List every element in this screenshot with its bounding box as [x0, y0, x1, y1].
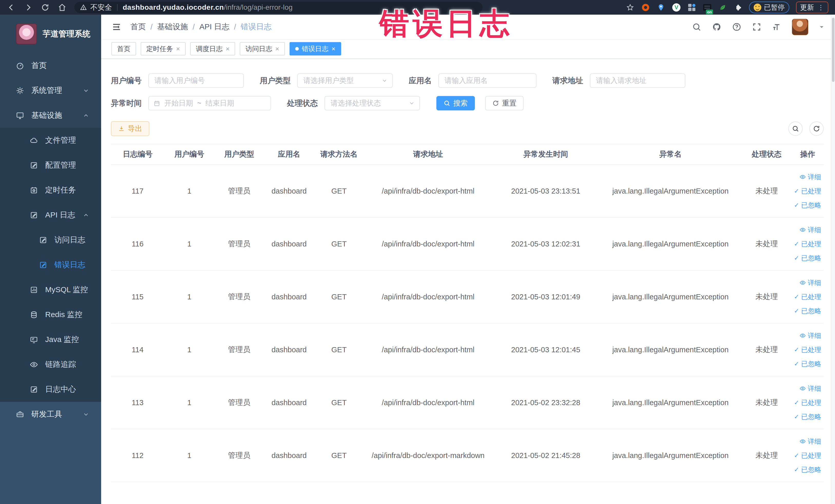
- reload-icon[interactable]: [41, 3, 50, 12]
- back-icon[interactable]: [7, 3, 16, 12]
- sidebar-item-system[interactable]: 系统管理: [0, 78, 101, 103]
- mark-processed-link[interactable]: ✓已处理: [794, 398, 821, 407]
- download-icon: [118, 125, 125, 132]
- reset-button[interactable]: 重置: [485, 96, 524, 110]
- cell-user-id: 1: [164, 376, 214, 429]
- mark-processed-link[interactable]: ✓已处理: [794, 293, 821, 301]
- col-user-id: 用户编号: [164, 144, 214, 165]
- app-name-input[interactable]: [439, 74, 536, 88]
- help-icon[interactable]: [732, 22, 741, 32]
- scrollbar-thumb[interactable]: [832, 18, 834, 82]
- check-icon: ✓: [794, 346, 799, 353]
- cell-user-id: 1: [164, 323, 214, 376]
- breadcrumb-item[interactable]: 首页: [130, 22, 146, 32]
- hamburger-icon[interactable]: [111, 22, 122, 32]
- extension-pin-icon[interactable]: [657, 3, 665, 12]
- mark-processed-link[interactable]: ✓已处理: [794, 345, 821, 354]
- extension-v-icon[interactable]: V: [672, 3, 681, 12]
- process-status-placeholder: 请选择处理状态: [331, 98, 381, 108]
- tab-job-log[interactable]: 调度日志×: [190, 42, 235, 56]
- extension-on-icon[interactable]: on: [703, 3, 712, 12]
- table-row: 112 1 管理员 dashboard GET /api/infra/db-do…: [111, 429, 824, 482]
- detail-link[interactable]: 详细: [799, 278, 821, 287]
- home-icon[interactable]: [58, 3, 67, 12]
- col-log-id: 日志编号: [111, 144, 164, 165]
- detail-link[interactable]: 详细: [799, 331, 821, 340]
- sidebar-bottom-section: 研发工具: [0, 402, 101, 504]
- tab-access-log[interactable]: 访问日志×: [240, 42, 285, 56]
- sidebar-item-tracing[interactable]: 链路追踪: [0, 352, 101, 377]
- request-url-input[interactable]: [590, 74, 685, 88]
- browser-menu-icon[interactable]: ⋮: [817, 4, 824, 11]
- sidebar-item-redis[interactable]: Redis 监控: [0, 302, 101, 327]
- tab-job[interactable]: 定时任务×: [141, 42, 186, 56]
- sidebar-item-dev-tools[interactable]: 研发工具: [0, 402, 101, 427]
- mark-processed-link[interactable]: ✓已处理: [794, 187, 821, 196]
- user-type-select[interactable]: 请选择用户类型: [297, 74, 393, 88]
- sidebar-item-mysql[interactable]: MySQL 监控: [0, 277, 101, 302]
- sidebar-item-access-log[interactable]: 访问日志: [0, 227, 101, 253]
- tab-close-icon[interactable]: ×: [226, 45, 229, 52]
- tab-close-icon[interactable]: ×: [275, 45, 279, 52]
- toggle-search-button[interactable]: [788, 121, 803, 136]
- mark-ignored-link[interactable]: ✓已忽略: [794, 465, 821, 474]
- cell-request-url: /api/infra/db-doc/export-html: [364, 218, 492, 270]
- refresh-table-button[interactable]: [809, 121, 824, 136]
- mark-ignored-link[interactable]: ✓已忽略: [794, 254, 821, 263]
- monitor-icon: [16, 112, 24, 120]
- sidebar-item-log-center[interactable]: 日志中心: [0, 377, 101, 402]
- mark-ignored-link[interactable]: ✓已忽略: [794, 306, 821, 316]
- breadcrumb-separator: /: [192, 23, 195, 31]
- sidebar-item-infra[interactable]: 基础设施: [0, 103, 101, 128]
- detail-link[interactable]: 详细: [799, 173, 821, 182]
- sidebar-item-label: 链路追踪: [45, 359, 76, 370]
- github-icon[interactable]: [712, 22, 721, 32]
- detail-link[interactable]: 详细: [799, 437, 821, 446]
- annotation-overlay-title: 错误日志: [380, 4, 513, 44]
- sidebar-item-error-log[interactable]: 错误日志: [0, 253, 101, 277]
- breadcrumb-item[interactable]: 基础设施: [157, 22, 188, 32]
- schedule-icon: [30, 186, 38, 194]
- sidebar-logo-row[interactable]: 芋道管理系统: [0, 15, 101, 53]
- export-button[interactable]: 导出: [111, 121, 149, 136]
- mark-ignored-link[interactable]: ✓已忽略: [794, 201, 821, 210]
- tab-close-icon[interactable]: ×: [332, 45, 335, 52]
- extensions-puzzle-icon[interactable]: [734, 3, 742, 12]
- breadcrumb-item[interactable]: API 日志: [200, 22, 229, 32]
- sidebar-item-job[interactable]: 定时任务: [0, 178, 101, 203]
- forward-icon[interactable]: [24, 3, 33, 12]
- search-button[interactable]: 搜索: [436, 96, 475, 110]
- extension-grid-icon[interactable]: [687, 3, 696, 12]
- detail-link[interactable]: 详细: [799, 384, 821, 393]
- sidebar-item-java[interactable]: Java 监控: [0, 327, 101, 352]
- exception-time-label: 异常时间: [111, 98, 142, 108]
- tab-close-icon[interactable]: ×: [176, 45, 180, 52]
- sidebar-item-file[interactable]: 文件管理: [0, 128, 101, 153]
- process-status-select[interactable]: 请选择处理状态: [324, 96, 420, 110]
- mark-processed-link[interactable]: ✓已处理: [794, 451, 821, 460]
- page-scrollbar[interactable]: [831, 15, 835, 504]
- sidebar-item-config[interactable]: 配置管理: [0, 153, 101, 178]
- caret-down-icon[interactable]: [819, 24, 825, 30]
- browser-update-button[interactable]: 更新 ⋮: [796, 2, 828, 13]
- tab-error-log[interactable]: 错误日志×: [289, 42, 341, 56]
- mark-ignored-link[interactable]: ✓已忽略: [794, 412, 821, 421]
- bookmark-star-icon[interactable]: [626, 3, 634, 12]
- tab-home[interactable]: 首页: [111, 42, 136, 56]
- sidebar-item-home[interactable]: 首页: [0, 53, 101, 78]
- search-icon[interactable]: [692, 22, 701, 32]
- user-avatar[interactable]: [792, 19, 808, 35]
- mark-processed-link[interactable]: ✓已处理: [794, 240, 821, 248]
- font-size-icon[interactable]: [772, 22, 781, 32]
- detail-link[interactable]: 详细: [799, 225, 821, 235]
- user-id-input[interactable]: [148, 74, 244, 88]
- tab-label: 错误日志: [302, 44, 329, 54]
- fullscreen-icon[interactable]: [752, 22, 761, 32]
- exception-time-range-picker[interactable]: 开始日期 ~ 结束日期: [148, 96, 271, 110]
- extension-orange-icon[interactable]: [641, 3, 650, 12]
- extension-leaf-icon[interactable]: [718, 3, 727, 12]
- profile-paused-chip[interactable]: 已暂停: [749, 2, 789, 13]
- cell-exception-time: 2021-05-03 23:13:51: [492, 165, 599, 218]
- sidebar-item-api-log[interactable]: API 日志: [0, 203, 101, 227]
- mark-ignored-link[interactable]: ✓已忽略: [794, 360, 821, 368]
